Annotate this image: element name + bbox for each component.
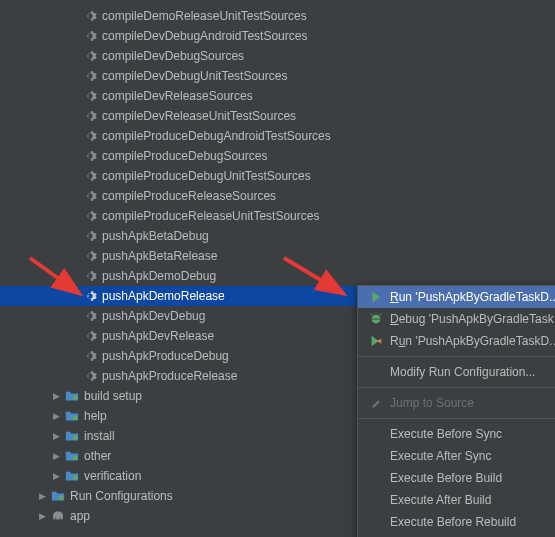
gear-icon — [82, 188, 98, 204]
svg-rect-1 — [73, 416, 77, 420]
task-label: compileDemoReleaseUnitTestSources — [102, 9, 307, 23]
menu-item-exec[interactable]: Execute Before Sync — [358, 423, 555, 445]
menu-label: Modify Run Configuration... — [390, 365, 555, 379]
task-item[interactable]: compileDevDebugUnitTestSources — [0, 66, 555, 86]
blank-icon — [368, 514, 384, 530]
chevron-right-icon: ▶ — [36, 511, 48, 521]
menu-label: Execute Before Sync — [390, 427, 555, 441]
menu-item-debug[interactable]: Debug 'PushApkByGradleTaskD...' — [358, 308, 555, 330]
menu-item-exec[interactable]: Execute After Build — [358, 489, 555, 511]
gear-icon — [82, 148, 98, 164]
task-label: compileProduceDebugSources — [102, 149, 267, 163]
gear-icon — [82, 348, 98, 364]
svg-rect-2 — [73, 436, 77, 440]
folder-label: help — [84, 409, 107, 423]
folder-label: install — [84, 429, 115, 443]
task-label: pushApkDevRelease — [102, 329, 214, 343]
gear-icon — [82, 368, 98, 384]
menu-item-exec[interactable]: Execute Before Rebuild — [358, 511, 555, 533]
menu-label: Execute Before Rebuild — [390, 515, 555, 529]
folder-label: build setup — [84, 389, 142, 403]
menu-item-exec[interactable]: Execute After Rebuild — [358, 533, 555, 537]
blank-icon — [368, 448, 384, 464]
menu-item-run[interactable]: Run 'PushApkByGradleTaskD...' — [358, 286, 555, 308]
gear-icon — [82, 28, 98, 44]
blank-icon — [368, 470, 384, 486]
task-label: compileProduceReleaseUnitTestSources — [102, 209, 319, 223]
folder-icon — [64, 388, 80, 404]
run-coverage-icon — [368, 333, 384, 349]
gear-icon — [82, 48, 98, 64]
gear-icon — [82, 268, 98, 284]
task-item[interactable]: compileProduceReleaseSources — [0, 186, 555, 206]
chevron-right-icon: ▶ — [50, 411, 62, 421]
gear-icon — [82, 208, 98, 224]
task-item[interactable]: pushApkBetaDebug — [0, 226, 555, 246]
task-label: compileDevDebugAndroidTestSources — [102, 29, 307, 43]
task-label: compileDevDebugUnitTestSources — [102, 69, 287, 83]
gear-icon — [82, 88, 98, 104]
gear-icon — [82, 328, 98, 344]
task-item[interactable]: compileDevDebugAndroidTestSources — [0, 26, 555, 46]
chevron-right-icon: ▶ — [50, 471, 62, 481]
gear-icon — [82, 168, 98, 184]
folder-icon — [64, 448, 80, 464]
menu-label: Debug 'PushApkByGradleTaskD...' — [390, 312, 555, 326]
menu-label: Run 'PushApkByGradleTaskD...' wit — [390, 334, 555, 348]
module-icon — [50, 488, 66, 504]
menu-item-exec[interactable]: Execute Before Build — [358, 467, 555, 489]
context-menu: Run 'PushApkByGradleTaskD...'Debug 'Push… — [357, 285, 555, 537]
gear-icon — [82, 68, 98, 84]
task-item[interactable]: pushApkBetaRelease — [0, 246, 555, 266]
module-icon — [50, 508, 66, 524]
task-item[interactable]: compileProduceDebugUnitTestSources — [0, 166, 555, 186]
edit-icon — [368, 395, 384, 411]
task-item[interactable]: compileDevReleaseUnitTestSources — [0, 106, 555, 126]
svg-line-8 — [371, 314, 373, 316]
menu-label: Run 'PushApkByGradleTaskD...' — [390, 290, 555, 304]
menu-item-exec[interactable]: Execute After Sync — [358, 445, 555, 467]
gear-icon — [82, 108, 98, 124]
chevron-right-icon: ▶ — [50, 431, 62, 441]
gear-icon — [82, 8, 98, 24]
task-label: pushApkBetaDebug — [102, 229, 209, 243]
task-label: compileProduceReleaseSources — [102, 189, 276, 203]
blank-icon — [368, 492, 384, 508]
menu-item-jump: Jump to Source — [358, 392, 555, 414]
task-item[interactable]: compileDevDebugSources — [0, 46, 555, 66]
gear-icon — [82, 308, 98, 324]
chevron-right-icon: ▶ — [50, 391, 62, 401]
task-label: pushApkBetaRelease — [102, 249, 217, 263]
task-label: pushApkProduceDebug — [102, 349, 229, 363]
svg-rect-0 — [73, 396, 77, 400]
chevron-right-icon: ▶ — [36, 491, 48, 501]
task-label: compileProduceDebugAndroidTestSources — [102, 129, 331, 143]
task-label: compileDevReleaseUnitTestSources — [102, 109, 296, 123]
gear-icon — [82, 248, 98, 264]
menu-label: Execute After Sync — [390, 449, 555, 463]
task-label: pushApkDemoRelease — [102, 289, 225, 303]
blank-icon — [368, 364, 384, 380]
menu-label: Execute After Build — [390, 493, 555, 507]
svg-line-9 — [380, 314, 382, 316]
task-label: pushApkDevDebug — [102, 309, 205, 323]
module-label: app — [70, 509, 90, 523]
task-item[interactable]: pushApkDemoDebug — [0, 266, 555, 286]
task-item[interactable]: compileDevReleaseSources — [0, 86, 555, 106]
folder-label: other — [84, 449, 111, 463]
task-label: compileDevReleaseSources — [102, 89, 253, 103]
task-item[interactable]: compileProduceReleaseUnitTestSources — [0, 206, 555, 226]
gear-icon — [82, 288, 98, 304]
task-item[interactable]: compileProduceDebugSources — [0, 146, 555, 166]
svg-rect-5 — [59, 496, 63, 500]
svg-rect-4 — [73, 476, 77, 480]
task-item[interactable]: compileProduceDebugAndroidTestSources — [0, 126, 555, 146]
gear-icon — [82, 228, 98, 244]
menu-item-modify[interactable]: Modify Run Configuration... — [358, 361, 555, 383]
task-label: pushApkProduceRelease — [102, 369, 237, 383]
gear-icon — [82, 128, 98, 144]
menu-item-run-coverage[interactable]: Run 'PushApkByGradleTaskD...' wit — [358, 330, 555, 352]
chevron-right-icon: ▶ — [50, 451, 62, 461]
task-item[interactable]: compileDemoReleaseUnitTestSources — [0, 6, 555, 26]
folder-label: verification — [84, 469, 141, 483]
